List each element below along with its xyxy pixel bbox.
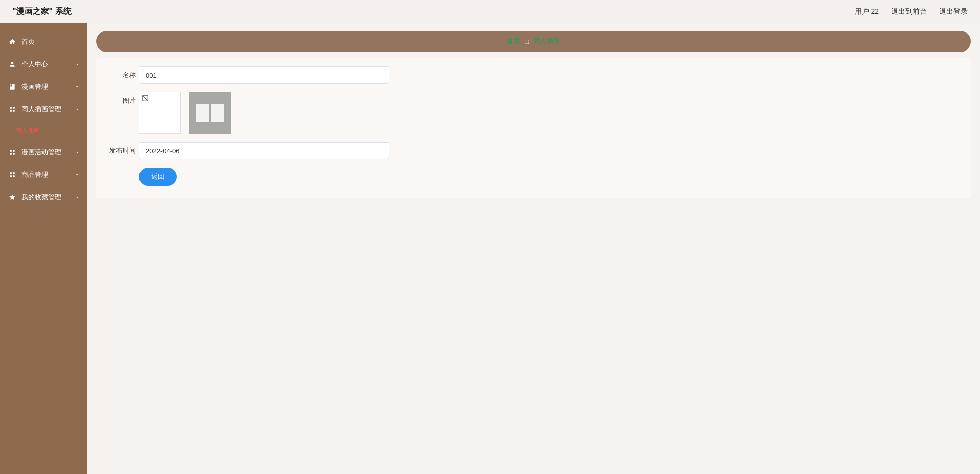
form-row-name: 名称	[106, 66, 961, 84]
chevron-down-icon	[75, 62, 80, 67]
sidebar-item-label: 漫画管理	[21, 82, 48, 91]
sidebar-item-profile[interactable]: 个人中心	[0, 53, 87, 76]
to-frontend-link[interactable]: 退出到前台	[891, 7, 927, 16]
thumbnail-placeholder	[196, 104, 224, 122]
button-row: 返回	[106, 168, 961, 186]
home-icon	[8, 38, 16, 46]
chevron-down-icon	[75, 150, 80, 155]
publish-label: 发布时间	[106, 142, 136, 155]
breadcrumb-current: 同人插画	[533, 37, 560, 46]
chevron-down-icon	[75, 84, 80, 89]
broken-image-icon	[142, 94, 149, 102]
breadcrumb-separator: ▢	[524, 38, 529, 45]
sidebar-item-comic-manage[interactable]: 漫画管理	[0, 76, 87, 98]
grid-icon	[8, 148, 16, 156]
form-row-publish: 发布时间	[106, 142, 961, 159]
user-label[interactable]: 用户 22	[855, 7, 879, 16]
chevron-down-icon	[75, 107, 80, 112]
image-label: 图片	[106, 92, 136, 105]
sidebar-item-product-manage[interactable]: 商品管理	[0, 163, 87, 186]
chevron-down-icon	[75, 195, 80, 200]
book-icon	[8, 83, 16, 91]
grid-icon	[8, 105, 16, 113]
app-title: "漫画之家" 系统	[12, 6, 72, 17]
form-panel: 名称 图片	[96, 58, 971, 198]
breadcrumb-home[interactable]: 首页	[507, 37, 520, 46]
person-icon	[8, 60, 16, 68]
sidebar-item-label: 首页	[21, 37, 35, 46]
sidebar-item-label: 个人中心	[21, 60, 48, 69]
grid-icon	[8, 171, 16, 179]
main-content: 首页 ▢ 同人插画 名称 图片	[87, 23, 980, 474]
back-button[interactable]: 返回	[139, 168, 177, 186]
breadcrumb: 首页 ▢ 同人插画	[96, 31, 971, 52]
name-label: 名称	[106, 66, 136, 80]
form-row-image: 图片	[106, 92, 961, 134]
sidebar-item-label: 同人插画管理	[21, 105, 61, 114]
body: 首页 个人中心 漫画管理 同人插画管理	[0, 23, 980, 474]
image-thumbnail[interactable]	[189, 92, 231, 134]
header: "漫画之家" 系统 用户 22 退出到前台 退出登录	[0, 0, 980, 23]
logout-link[interactable]: 退出登录	[939, 7, 968, 16]
image-broken[interactable]	[139, 92, 181, 134]
sidebar-item-activity-manage[interactable]: 漫画活动管理	[0, 141, 87, 163]
sidebar-item-home[interactable]: 首页	[0, 31, 87, 53]
image-list	[139, 92, 231, 134]
sidebar-subitem-label: 同人插画	[15, 127, 40, 135]
sidebar-item-label: 漫画活动管理	[21, 148, 61, 157]
sidebar: 首页 个人中心 漫画管理 同人插画管理	[0, 23, 87, 474]
sidebar-item-doujin-manage[interactable]: 同人插画管理	[0, 98, 87, 121]
star-icon	[8, 193, 16, 201]
sidebar-item-label: 我的收藏管理	[21, 193, 61, 202]
sidebar-subitem-doujin[interactable]: 同人插画	[0, 121, 87, 141]
sidebar-item-label: 商品管理	[21, 170, 48, 179]
header-actions: 用户 22 退出到前台 退出登录	[855, 7, 968, 16]
chevron-down-icon	[75, 172, 80, 177]
publish-input[interactable]	[139, 142, 389, 159]
name-input[interactable]	[139, 66, 389, 84]
sidebar-item-favorite-manage[interactable]: 我的收藏管理	[0, 186, 87, 208]
